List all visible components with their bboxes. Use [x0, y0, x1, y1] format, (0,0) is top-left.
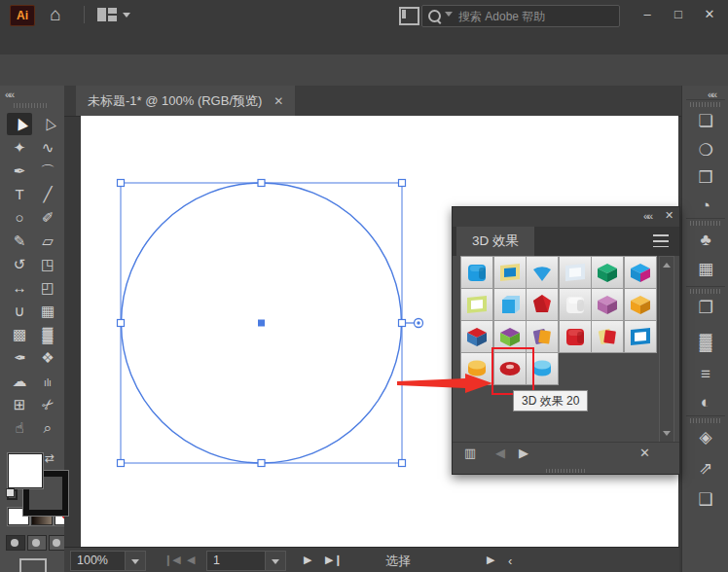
draw-behind-mode-button[interactable]	[27, 535, 47, 551]
previous-library-icon[interactable]: ◀	[495, 446, 505, 460]
default-fill-stroke-icon[interactable]	[6, 488, 18, 500]
3d-effect-symbol-8[interactable]	[493, 288, 527, 321]
transparency-panel-icon[interactable]: ◐	[694, 391, 717, 414]
perspective-grid-tool-icon: ▦	[41, 300, 55, 322]
free-transform-tool[interactable]: ◰	[35, 276, 60, 299]
line-segment-tool[interactable]: ╱	[35, 183, 60, 205]
3d-effect-symbol-5[interactable]	[591, 256, 624, 289]
3d-effect-symbol-16[interactable]	[559, 320, 592, 353]
libraries-panel-icon[interactable]: ❏	[694, 110, 717, 133]
scroll-up-icon[interactable]	[663, 259, 671, 268]
status-popup-arrow-icon[interactable]: ▶	[487, 554, 494, 566]
panel-tab-3d-effects[interactable]: 3D 效果	[456, 227, 534, 256]
3d-effect-symbol-1[interactable]	[460, 256, 493, 289]
width-tool[interactable]: ↔	[7, 276, 32, 299]
3d-effect-symbol-17[interactable]	[591, 320, 624, 353]
3d-effect-symbol-18[interactable]	[624, 320, 657, 353]
panel-close-icon[interactable]: ✕	[665, 209, 673, 222]
hand-tool[interactable]: ☝	[7, 416, 32, 439]
brush-libraries-panel-icon[interactable]: ❐	[694, 297, 717, 320]
blend-tool[interactable]: ❖	[35, 346, 60, 369]
collapse-toolbar-icon[interactable]: ««	[5, 89, 13, 100]
dock-group-divider	[686, 286, 725, 291]
arrange-documents-button[interactable]	[97, 8, 117, 21]
status-text: 选择	[385, 553, 411, 570]
pencil-tool[interactable]: ✎	[7, 230, 32, 252]
symbols-panel-icon[interactable]: ♣	[694, 229, 717, 252]
last-artboard-button[interactable]: ▶❙	[325, 554, 343, 566]
eyedropper-tool[interactable]: ✒	[7, 346, 32, 369]
rotate-tool[interactable]: ↺	[7, 253, 32, 275]
panel-menu-icon[interactable]	[653, 234, 669, 247]
shape-builder-tool[interactable]: ∪	[7, 300, 32, 322]
slice-tool[interactable]: ✂	[35, 393, 60, 415]
panel-resize-grip[interactable]	[546, 469, 585, 473]
next-library-icon[interactable]: ▶	[519, 446, 528, 460]
mesh-tool[interactable]: ▩	[7, 323, 32, 345]
zoom-tool[interactable]: ⌕	[35, 416, 60, 439]
3d-effect-symbol-7[interactable]	[460, 288, 493, 321]
close-button[interactable]: ✕	[697, 4, 722, 25]
direct-selection-tool[interactable]: ▷	[35, 113, 60, 135]
first-artboard-button[interactable]: ❙◀	[164, 554, 181, 566]
draw-normal-mode-button[interactable]	[6, 535, 25, 551]
layers-panel-icon[interactable]: ◈	[694, 426, 717, 449]
panel-collapse-icon[interactable]: ««	[643, 210, 651, 222]
export-panel-icon[interactable]: ⇗	[694, 457, 717, 481]
type-tool[interactable]: T	[7, 183, 32, 205]
symbol-libraries-menu-icon[interactable]: ▥	[464, 446, 476, 460]
arrange-documents-chevron-icon[interactable]	[123, 13, 130, 21]
lasso-tool[interactable]: ∿	[35, 136, 60, 159]
previous-artboard-button[interactable]: ◀	[187, 554, 195, 566]
break-symbol-link-icon[interactable]: ✕	[639, 446, 650, 460]
3d-effect-symbol-6[interactable]	[624, 256, 657, 289]
symbol-sprayer-tool[interactable]: ☁	[7, 370, 32, 392]
screen-mode-button[interactable]	[19, 558, 47, 572]
stroke-panel-icon[interactable]: ≡	[694, 363, 717, 386]
gradient-fan-panel-icon[interactable]: ◔	[694, 195, 717, 218]
color-panel-icon[interactable]: ❍	[694, 139, 717, 162]
curvature-tool[interactable]: ⌒	[35, 160, 60, 182]
3d-effect-symbol-11[interactable]	[591, 288, 624, 321]
3d-effect-symbol-3[interactable]	[526, 256, 559, 289]
home-button[interactable]: ⌂	[43, 3, 68, 26]
paintbrush-tool[interactable]: ✐	[35, 206, 60, 229]
scale-tool[interactable]: ◳	[35, 253, 60, 275]
swap-fill-stroke-icon[interactable]: ⇄	[45, 451, 55, 465]
swatches-panel-icon[interactable]: ❒	[694, 166, 717, 190]
magic-wand-tool[interactable]: ✦	[7, 136, 32, 159]
panel-scrollbar[interactable]	[659, 256, 674, 443]
search-input[interactable]	[456, 9, 587, 24]
document-setup-icon[interactable]	[399, 7, 419, 25]
search-chevron-icon[interactable]	[445, 12, 453, 20]
perspective-grid-tool[interactable]: ▦	[35, 300, 60, 322]
scroll-left-arrow-icon[interactable]: ‹	[508, 554, 512, 568]
gradient-tool[interactable]: ▓	[35, 323, 60, 345]
3d-effect-symbol-9[interactable]	[526, 288, 559, 321]
ellipse-tool[interactable]: ○	[7, 206, 32, 229]
3d-effect-symbol-13[interactable]	[460, 320, 493, 353]
zoom-chevron-button[interactable]	[125, 551, 146, 571]
3d-effect-symbol-4[interactable]	[559, 256, 592, 289]
document-tab[interactable]: 未标题-1* @ 100% (RGB/预览) ✕	[76, 86, 295, 116]
toolbar-gripper[interactable]	[14, 103, 49, 108]
eraser-tool[interactable]: ▱	[35, 230, 60, 252]
3d-effect-symbol-10[interactable]	[559, 288, 592, 321]
tab-close-icon[interactable]: ✕	[273, 94, 283, 108]
artboard-tool[interactable]: ⊞	[7, 393, 32, 415]
scroll-down-icon[interactable]	[663, 431, 671, 440]
gradient-panel-icon[interactable]: ▓	[694, 331, 717, 354]
3d-effect-symbol-12[interactable]	[624, 288, 657, 321]
maximize-button[interactable]: □	[666, 4, 691, 25]
swatch-libraries-panel-icon[interactable]: ▦	[694, 258, 717, 281]
artboard-chevron-button[interactable]	[265, 551, 286, 571]
next-artboard-button[interactable]: ▶	[304, 554, 311, 566]
selection-tool[interactable]: ▶	[7, 113, 32, 135]
artboards-panel-icon[interactable]: ❑	[694, 488, 717, 512]
help-search-box[interactable]	[421, 5, 620, 27]
3d-effect-symbol-2[interactable]	[493, 256, 527, 289]
fill-proxy-swatch[interactable]	[8, 453, 43, 488]
column-graph-tool[interactable]: ılı	[35, 370, 60, 392]
minimize-button[interactable]: –	[635, 4, 660, 25]
pen-tool[interactable]: ✒	[7, 160, 32, 182]
